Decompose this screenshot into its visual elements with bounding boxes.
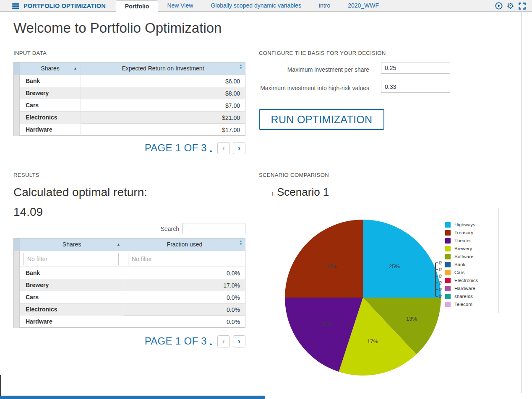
column-header-label: Shares <box>63 241 81 248</box>
pie-slice-label: 25% <box>326 263 337 269</box>
row-gutter-cell <box>14 99 20 111</box>
scenario-index: 1. <box>271 191 276 197</box>
share-name-cell: Cars <box>20 99 81 111</box>
zero-slice-label: 0% <box>439 274 446 279</box>
zero-slice-label: 0% <box>439 294 446 299</box>
page-title: Welcome to Portfolio Optimization <box>13 20 222 36</box>
fraction-value-cell: 0.0% <box>124 270 245 277</box>
tab-new-view[interactable]: New View <box>158 0 202 11</box>
table-header-row: Shares ▲ Fraction used ▲▼ <box>14 238 245 251</box>
legend-label: Hardware <box>454 286 475 291</box>
table-corner-cell <box>14 238 20 251</box>
search-label: Search <box>131 225 179 232</box>
next-page-button[interactable]: › <box>233 142 245 154</box>
legend-item: Theater <box>445 238 478 244</box>
filter-cell <box>124 253 245 265</box>
fraction-filter-input[interactable] <box>128 253 242 265</box>
column-header-label: Expected Return on Investment <box>122 65 204 72</box>
prev-page-button[interactable]: ‹ <box>217 335 230 347</box>
legend-label: Electronics <box>454 278 478 283</box>
return-value-cell: $8.00 <box>81 90 245 97</box>
sort-both-icon: ▲▼ <box>239 240 243 246</box>
chart-legend: Highways Treasury Theater Brewery Softwa… <box>445 222 478 307</box>
max-investment-per-share-label: Maximum investment per share <box>269 66 369 74</box>
column-header-expected-return[interactable]: Expected Return on Investment ▲▼ <box>81 62 245 75</box>
table-row: Brewery$8.00 <box>14 87 245 99</box>
table-header-row: Shares ▲ Expected Return on Investment ▲… <box>14 62 245 75</box>
legend-swatch <box>445 238 451 244</box>
zero-slice-label: 0% <box>439 267 446 272</box>
table-row: Brewery17.0% <box>14 279 245 291</box>
share-name-cell: Brewery <box>20 279 124 291</box>
configure-section-label: CONFIGURE THE BASIS FOR YOUR DECISION <box>259 50 386 56</box>
legend-label: Theater <box>454 238 471 244</box>
shares-filter-input[interactable] <box>23 253 119 265</box>
fraction-value-cell: 0.0% <box>124 306 245 313</box>
page-indicator[interactable]: PAGE 1 OF 3 <box>145 142 207 154</box>
filter-row <box>14 251 245 267</box>
table-row: Electronics0.0% <box>14 303 245 315</box>
legend-swatch <box>445 278 451 283</box>
column-header-shares[interactable]: Shares ▲ <box>20 238 124 251</box>
legend-swatch <box>445 294 451 299</box>
sort-asc-icon: ▲ <box>117 238 120 251</box>
column-header-label: Shares <box>41 65 59 72</box>
return-value-cell: $21.00 <box>81 114 245 121</box>
top-bar-actions: ⚙ <box>495 0 526 12</box>
run-icon[interactable] <box>495 2 503 10</box>
settings-icon[interactable]: ⚙ <box>506 2 514 10</box>
chevron-right-icon: › <box>238 337 240 346</box>
table-row: Hardware$17.00 <box>14 123 245 135</box>
page-indicator[interactable]: PAGE 1 OF 3 <box>145 335 207 347</box>
search-input[interactable] <box>183 223 245 234</box>
input-data-section-label: INPUT DATA <box>13 50 47 56</box>
row-gutter-cell <box>14 75 20 87</box>
tab-2020-wwf[interactable]: 2020_WWF <box>339 0 388 11</box>
column-header-fraction-used[interactable]: Fraction used ▲▼ <box>124 238 245 251</box>
tab-intro[interactable]: intro <box>310 0 339 11</box>
share-name-cell: Electronics <box>20 111 81 124</box>
legend-item: Treasury <box>445 230 478 236</box>
pie-slice-label: 25% <box>389 263 400 269</box>
legend-item: Telecom <box>445 302 478 307</box>
fullscreen-icon[interactable] <box>518 2 526 10</box>
legend-label: Software <box>454 254 473 259</box>
legend-label: Cars <box>454 270 464 275</box>
menu-icon[interactable] <box>12 3 19 9</box>
caret-up-icon: ▴ <box>210 341 212 346</box>
pie-chart-svg: 25%13%17%20%25%0%0%0%0%0%0% <box>259 205 522 381</box>
sort-both-icon: ▲▼ <box>239 64 243 70</box>
top-bar: PORTFOLIO OPTIMIZATION Portfolio New Vie… <box>0 0 532 12</box>
tab-portfolio[interactable]: Portfolio <box>116 0 159 12</box>
legend-item: Hardware <box>445 286 478 291</box>
row-gutter-cell <box>14 316 20 328</box>
legend-label: Telecom <box>454 302 472 307</box>
row-gutter-cell <box>14 111 20 124</box>
scenario-pie-chart: 25%13%17%20%25%0%0%0%0%0%0% <box>259 205 522 381</box>
prev-page-button[interactable]: ‹ <box>217 142 230 154</box>
share-name-cell: Bank <box>20 75 81 87</box>
tab-globally-scoped-dynamic-variables[interactable]: Globally scoped dynamic variables <box>202 0 310 11</box>
return-value-cell: $7.00 <box>81 102 245 109</box>
run-optimization-button[interactable]: RUN OPTIMIZATION <box>259 109 384 130</box>
legend-item: Electronics <box>445 278 478 283</box>
pie-slice-Treasury[interactable] <box>285 220 363 298</box>
legend-swatch <box>445 254 451 259</box>
bottom-accent-bar <box>0 396 265 399</box>
legend-item: Bank <box>445 262 478 267</box>
next-page-button[interactable]: › <box>233 335 245 347</box>
max-investment-per-share-input[interactable] <box>381 62 450 74</box>
chevron-left-icon: ‹ <box>222 337 225 346</box>
scenario-section-label: SCENARIO COMPARISON <box>259 172 329 178</box>
share-name-cell: Electronics <box>20 303 124 316</box>
results-section-label: RESULTS <box>13 172 39 178</box>
max-investment-high-risk-input[interactable] <box>381 81 450 93</box>
table-row: Cars$7.00 <box>14 99 245 111</box>
input-data-table: Shares ▲ Expected Return on Investment ▲… <box>13 62 245 136</box>
column-header-shares[interactable]: Shares ▲ <box>20 62 81 75</box>
results-table: Shares ▲ Fraction used ▲▼ Bank0.0% Brewe… <box>13 238 245 328</box>
share-name-cell: Brewery <box>20 87 81 99</box>
row-gutter-cell <box>14 267 20 279</box>
row-gutter-cell <box>14 87 20 99</box>
pie-slice-Highways[interactable] <box>363 220 441 298</box>
